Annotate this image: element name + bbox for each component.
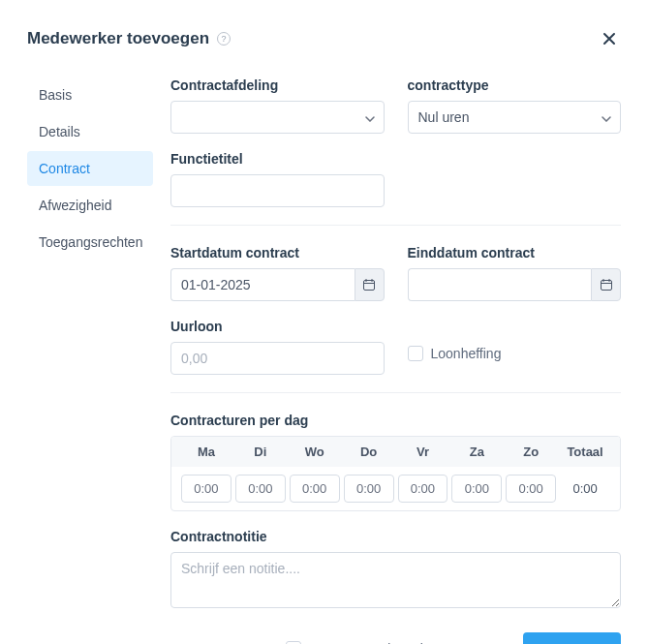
contract-dept-label: Contractafdeling xyxy=(170,77,385,93)
hours-header-di: Di xyxy=(235,445,286,459)
hours-header-vr: Vr xyxy=(398,445,448,459)
start-date-picker-button[interactable] xyxy=(355,268,385,301)
start-date-input[interactable] xyxy=(170,268,355,301)
contract-type-label: contracttype xyxy=(408,77,622,93)
hours-input-zo[interactable] xyxy=(506,475,556,503)
hours-input-do[interactable] xyxy=(344,475,394,503)
calendar-icon xyxy=(362,278,376,291)
hourly-wage-input[interactable] xyxy=(170,342,385,375)
tab-basis[interactable]: Basis xyxy=(27,77,153,112)
start-date-label: Startdatum contract xyxy=(170,245,385,261)
hours-header-zo: Zo xyxy=(506,445,556,459)
hours-header-do: Do xyxy=(344,445,394,459)
tab-toegangsrechten[interactable]: Toegangsrechten xyxy=(27,225,153,260)
hours-header-za: Za xyxy=(451,445,502,459)
svg-rect-1 xyxy=(601,281,611,291)
hours-input-wo[interactable] xyxy=(290,475,340,503)
hours-total: 0:00 xyxy=(560,475,610,503)
contract-note-textarea[interactable] xyxy=(170,552,621,608)
wage-tax-checkbox[interactable] xyxy=(408,346,423,361)
hours-input-za[interactable] xyxy=(451,475,502,503)
function-title-label: Functietitel xyxy=(170,151,385,167)
contract-note-label: Contractnotitie xyxy=(170,529,621,544)
end-date-label: Einddatum contract xyxy=(408,245,622,261)
sidebar: Basis Details Contract Afwezigheid Toega… xyxy=(27,77,153,644)
calendar-icon xyxy=(600,278,613,291)
tab-contract[interactable]: Contract xyxy=(27,151,153,186)
hours-header-wo: Wo xyxy=(290,445,340,459)
hours-input-di[interactable] xyxy=(235,475,286,503)
close-button[interactable] xyxy=(598,27,621,50)
submit-button[interactable]: Toevoegen xyxy=(523,632,621,644)
page-title: Medewerker toevoegen xyxy=(27,29,209,48)
contract-hours-label: Contracturen per dag xyxy=(170,413,621,428)
hours-input-ma[interactable] xyxy=(181,475,231,503)
wage-tax-label: Loonheffing xyxy=(431,346,502,361)
hours-header-ma: Ma xyxy=(181,445,231,459)
function-title-input[interactable] xyxy=(170,174,385,207)
divider xyxy=(170,392,621,393)
divider xyxy=(170,225,621,226)
close-icon xyxy=(602,31,617,46)
svg-rect-0 xyxy=(364,281,375,291)
hours-input-vr[interactable] xyxy=(398,475,448,503)
tab-afwezigheid[interactable]: Afwezigheid xyxy=(27,188,153,223)
hours-header-total: Totaal xyxy=(560,445,610,459)
contract-type-select[interactable]: Nul uren xyxy=(408,101,622,134)
tab-details[interactable]: Details xyxy=(27,114,153,149)
hours-table: Ma Di Wo Do Vr Za Zo Totaal xyxy=(170,436,621,511)
hourly-wage-label: Uurloon xyxy=(170,319,385,334)
end-date-picker-button[interactable] xyxy=(591,268,621,301)
contract-dept-select[interactable] xyxy=(170,101,385,134)
help-icon[interactable]: ? xyxy=(217,32,231,46)
end-date-input[interactable] xyxy=(408,268,592,301)
